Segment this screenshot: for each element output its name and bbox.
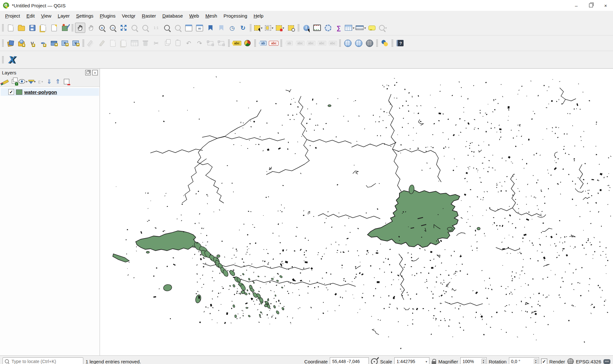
render-checkbox[interactable]: ✓ xyxy=(541,359,547,364)
zoom-to-layer-button[interactable] xyxy=(162,23,172,33)
toolbar-handle[interactable] xyxy=(280,39,282,47)
highlight-pinned-labels-button[interactable]: abc xyxy=(269,38,279,48)
select-features-by-value-button[interactable]: ▾ xyxy=(264,23,274,33)
close-panel-button[interactable]: × xyxy=(92,70,98,75)
menu-help[interactable]: Help xyxy=(250,12,267,19)
rotation-spinbox[interactable]: 0,0 ° ▲▼ xyxy=(509,357,539,364)
toolbar-handle[interactable] xyxy=(298,24,299,32)
menu-processing[interactable]: Processing xyxy=(220,12,250,19)
chevron-down-icon[interactable]: ▾ xyxy=(353,26,354,30)
help-contents-button[interactable]: ? xyxy=(395,38,405,48)
lock-scale-icon[interactable] xyxy=(432,361,436,364)
toolbar-handle[interactable] xyxy=(72,24,73,32)
menu-project[interactable]: Project xyxy=(2,12,23,19)
pan-map-button[interactable] xyxy=(75,23,85,33)
scale-combo[interactable]: 1:442795 ▾ xyxy=(394,357,429,364)
measure-line-button[interactable]: ▾ xyxy=(355,23,366,33)
menu-layer[interactable]: Layer xyxy=(55,12,73,19)
menu-settings[interactable]: Settings xyxy=(73,12,96,19)
toolbar-handle[interactable] xyxy=(2,56,4,64)
deselect-features-button[interactable]: ▾ xyxy=(275,23,285,33)
zoom-full-button[interactable] xyxy=(118,23,129,33)
map-tips-button[interactable] xyxy=(367,23,377,33)
style-manager-button[interactable] xyxy=(60,23,70,33)
metasearch-catalog-button[interactable] xyxy=(343,38,353,48)
run-feature-action-button[interactable] xyxy=(323,23,333,33)
chevron-down-icon[interactable]: ▾ xyxy=(364,26,366,30)
spinner-arrows-icon[interactable]: ▲▼ xyxy=(481,359,486,364)
magnifier-spinbox[interactable]: 100% ▲▼ xyxy=(460,357,487,364)
locator-input[interactable] xyxy=(3,357,83,364)
new-gpx-layer-button[interactable]: ×✱ xyxy=(60,38,70,48)
map-canvas[interactable] xyxy=(100,69,613,355)
layer-visibility-checkbox[interactable]: ✓ xyxy=(8,89,14,95)
extent-tracker-icon[interactable] xyxy=(371,358,378,364)
menu-mesh[interactable]: Mesh xyxy=(202,12,220,19)
open-field-calculator-button[interactable] xyxy=(312,23,322,33)
restore-button[interactable] xyxy=(584,0,598,11)
open-data-source-manager-button[interactable] xyxy=(5,38,16,48)
new-shapefile-layer-button[interactable]: ∨✱ xyxy=(27,38,37,48)
open-attribute-table-button[interactable]: ▾ xyxy=(344,23,355,33)
menu-plugins[interactable]: Plugins xyxy=(97,12,119,19)
menu-database[interactable]: Database xyxy=(159,12,186,19)
web-services-button[interactable] xyxy=(353,38,364,48)
float-panel-button[interactable] xyxy=(85,70,91,75)
minimize-button[interactable]: – xyxy=(569,0,584,11)
toolbar-handle[interactable] xyxy=(2,24,4,32)
menu-view[interactable]: View xyxy=(38,12,55,19)
spinner-arrows-icon[interactable]: ▲▼ xyxy=(534,359,538,364)
new-virtual-layer-button[interactable]: ∨✱ xyxy=(71,38,81,48)
menu-edit[interactable]: Edit xyxy=(23,12,38,19)
layer-labeling-button[interactable]: abc xyxy=(231,38,242,48)
messages-icon[interactable]: ••• xyxy=(603,359,610,364)
new-map-view-button[interactable] xyxy=(184,23,194,33)
chevron-down-icon[interactable]: ▾ xyxy=(261,26,262,30)
pin-labels-button[interactable]: ab xyxy=(258,38,268,48)
new-project-button[interactable] xyxy=(5,23,16,33)
zoom-in-button[interactable]: + xyxy=(97,23,107,33)
toolbar-handle[interactable] xyxy=(376,39,378,47)
toolbar-handle[interactable] xyxy=(82,39,84,47)
menu-vector[interactable]: Vector xyxy=(119,12,139,19)
show-spatial-bookmarks-button[interactable] xyxy=(216,23,226,33)
new-print-layout-button[interactable] xyxy=(38,23,48,33)
chevron-down-icon[interactable]: ▾ xyxy=(283,26,284,30)
toolbar-handle[interactable] xyxy=(391,39,393,47)
save-project-button[interactable] xyxy=(27,23,37,33)
select-all-features-button[interactable] xyxy=(286,23,296,33)
show-statistical-summary-button[interactable]: ∑ xyxy=(334,23,344,33)
filter-legend-button[interactable]: ▾ xyxy=(28,77,36,86)
layer-diagrams-button[interactable] xyxy=(242,38,253,48)
new-mesh-layer-button[interactable]: ✱ xyxy=(49,38,59,48)
toolbar-handle[interactable] xyxy=(254,39,256,47)
chevron-down-icon[interactable]: ▾ xyxy=(385,26,387,30)
search-geodata-button[interactable] xyxy=(364,38,375,48)
collapse-all-button[interactable]: ⇑ xyxy=(54,77,62,86)
select-features-button[interactable]: ▾ xyxy=(253,23,263,33)
expand-all-button[interactable]: ⇓ xyxy=(45,77,53,86)
menu-raster[interactable]: Raster xyxy=(139,12,159,19)
python-console-button[interactable] xyxy=(380,38,390,48)
new-spatialite-layer-button[interactable]: ✒✱ xyxy=(38,38,48,48)
temporal-controller-button[interactable]: ◷ xyxy=(227,23,237,33)
add-group-button[interactable] xyxy=(10,77,18,86)
identify-features-button[interactable]: i xyxy=(301,23,311,33)
open-project-button[interactable] xyxy=(16,23,26,33)
toolbar-handle[interactable] xyxy=(250,24,252,32)
toolbar-handle[interactable] xyxy=(228,39,230,47)
show-layout-manager-button[interactable] xyxy=(49,23,59,33)
coordinate-box[interactable]: 55,448 -7,046 xyxy=(330,357,369,364)
toolbar-handle[interactable] xyxy=(2,39,4,47)
layer-item-water-polygon[interactable]: ✓ water-polygon xyxy=(1,88,99,96)
refresh-map-button[interactable]: ↻ xyxy=(238,23,248,33)
chevron-down-icon[interactable]: ▾ xyxy=(272,26,273,30)
manage-map-themes-button[interactable]: ▾ xyxy=(19,77,27,86)
new-geopackage-layer-button[interactable]: ✱ xyxy=(16,38,26,48)
close-button[interactable]: × xyxy=(598,0,613,11)
open-layer-styling-button[interactable] xyxy=(1,77,10,86)
crs-value[interactable]: EPSG:4326 xyxy=(576,359,601,364)
zoom-out-button[interactable]: − xyxy=(108,23,118,33)
menu-web[interactable]: Web xyxy=(186,12,202,19)
new-3d-map-view-button[interactable]: 3D xyxy=(194,23,205,33)
